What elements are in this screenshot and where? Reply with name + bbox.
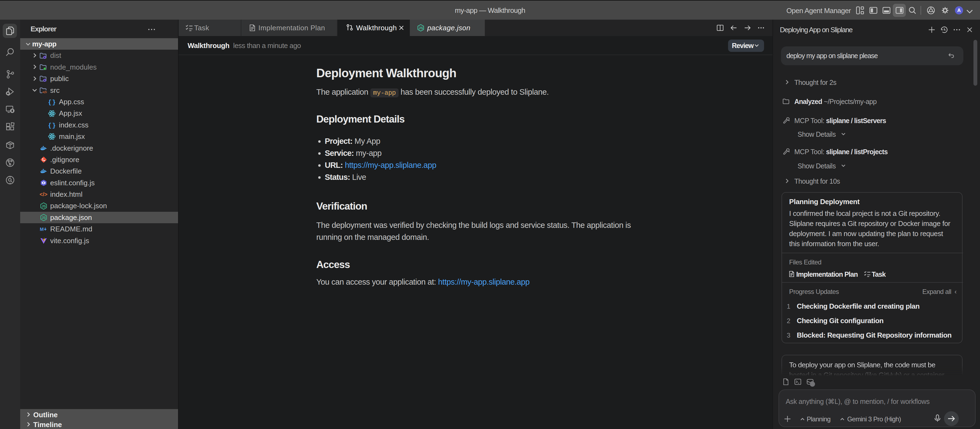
svg-text:</>: </>	[43, 90, 47, 94]
svg-text:JS: JS	[41, 204, 46, 208]
svg-text:}: }	[52, 122, 56, 129]
svg-text:}: }	[52, 99, 56, 105]
svg-text:M: M	[40, 227, 44, 232]
svg-text:</>: </>	[40, 191, 48, 197]
svg-text:{: {	[48, 99, 51, 105]
svg-text:JS: JS	[41, 215, 46, 220]
svg-text:JS: JS	[418, 26, 423, 30]
svg-text:{: {	[48, 122, 51, 129]
